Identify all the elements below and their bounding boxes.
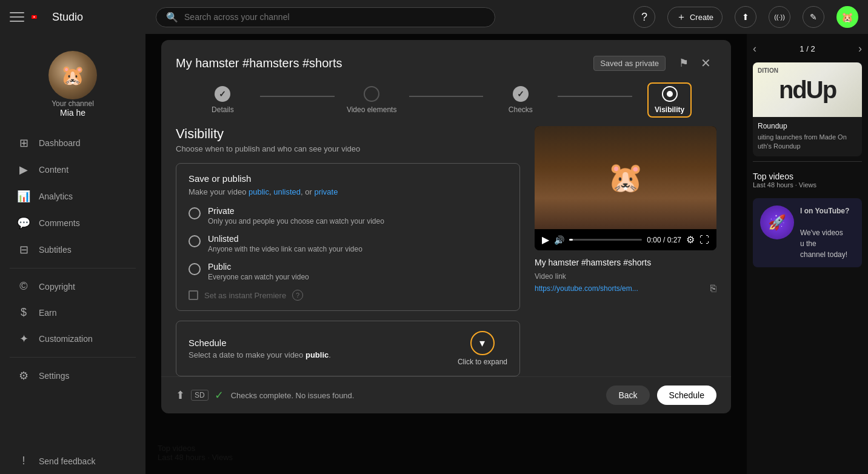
sidebar-divider-1: [10, 268, 136, 269]
dashboard-icon: ⊞: [17, 136, 30, 150]
sidebar-item-dashboard[interactable]: ⊞ Dashboard: [5, 130, 141, 156]
top-nav: Studio 🔍 ? ＋ Create ⬆ ((·)) ✎ 🐹: [0, 0, 868, 34]
radio-unlisted-btn[interactable]: [189, 235, 201, 247]
step-checks[interactable]: ✓ Checks: [483, 86, 558, 114]
create-button[interactable]: ＋ Create: [667, 7, 723, 28]
connector-1: [260, 96, 335, 97]
sidebar-item-earn[interactable]: $ Earn: [5, 300, 141, 325]
sidebar-item-comments[interactable]: 💬 Comments: [5, 210, 141, 236]
video-controls: ▶ 🔊 0:00 / 0:27 ⚙ ⛶: [535, 229, 716, 250]
radio-public-label: Public: [208, 262, 309, 272]
sidebar-item-copyright[interactable]: © Copyright: [5, 274, 141, 299]
video-thumbnail: 🐹: [535, 126, 716, 229]
video-title-preview: My hamster #hamsters #shorts: [535, 258, 716, 267]
volume-button[interactable]: 🔊: [554, 235, 564, 245]
panel-video-card[interactable]: ndUp DITION Roundup uiting launches from…: [753, 62, 862, 156]
search-input[interactable]: [184, 12, 485, 22]
panel-thumb: ndUp DITION: [753, 62, 862, 117]
panel-prev-button[interactable]: ‹: [753, 42, 756, 55]
panel-page-label: 1 / 2: [800, 44, 815, 53]
sidebar-item-label-feedback: Send feedback: [39, 456, 95, 466]
premiere-row: Set as instant Premiere ?: [189, 290, 507, 301]
help-button[interactable]: ?: [633, 6, 655, 28]
step-details[interactable]: ✓ Details: [185, 86, 260, 114]
saved-badge: Saved as private: [593, 56, 666, 71]
fullscreen-button[interactable]: ⛶: [699, 235, 709, 245]
subtitle-unlisted: unlisted: [273, 187, 301, 196]
panel-card-desc: uiting launches from Made On uth's Round…: [758, 133, 857, 152]
video-link-row: https://youtube.com/shorts/em... ⎘: [535, 283, 716, 294]
progress-fill: [569, 239, 573, 241]
radio-public-btn[interactable]: [189, 263, 201, 275]
user-avatar[interactable]: 🐹: [836, 6, 858, 28]
sidebar: 🐹 Your channel Mia he ⊞ Dashboard ▶ Cont…: [0, 34, 145, 474]
topnav-right: ? ＋ Create ⬆ ((·)) ✎ 🐹: [633, 6, 858, 28]
connector-3: [558, 96, 632, 97]
radio-private-btn[interactable]: [189, 207, 201, 219]
step-video-elements[interactable]: Video elements: [335, 86, 409, 114]
radio-unlisted-label: Unlisted: [208, 234, 362, 244]
schedule-expand-button[interactable]: ▾: [470, 331, 495, 355]
step-visibility-dot: [662, 86, 678, 102]
premiere-checkbox[interactable]: [189, 290, 198, 300]
video-content-icon: 🐹: [607, 161, 644, 195]
radio-private-label: Private: [208, 206, 384, 216]
visibility-title: Visibility: [176, 126, 520, 142]
footer-upload-icon[interactable]: ⬆: [176, 389, 185, 402]
live-icon-btn[interactable]: ((·)): [769, 6, 790, 28]
schedule-public-text: public: [305, 350, 329, 359]
sidebar-item-settings[interactable]: ⚙ Settings: [5, 363, 141, 389]
sidebar-item-subtitles[interactable]: ⊟ Subtitles: [5, 237, 141, 262]
subtitle-public: public: [249, 187, 269, 196]
copyright-icon: ©: [17, 280, 30, 293]
close-button[interactable]: ✕: [695, 52, 716, 74]
app-name: Studio: [52, 11, 83, 24]
copy-link-button[interactable]: ⎘: [710, 283, 716, 294]
upload-modal: My hamster #hamsters #shorts Saved as pr…: [161, 40, 731, 413]
step-details-dot: ✓: [215, 86, 230, 102]
step-video-elements-dot: [364, 86, 379, 102]
schedule-box: Schedule Select a date to make your vide…: [176, 321, 520, 376]
flag-button[interactable]: ⚑: [673, 52, 695, 74]
panel-divider: [753, 161, 862, 162]
sidebar-item-label-analytics: Analytics: [39, 192, 73, 201]
radio-public-desc: Everyone can watch your video: [208, 273, 309, 281]
channel-name: Mia he: [60, 108, 85, 118]
modal-left: Visibility Choose when to publish and wh…: [176, 121, 535, 376]
sidebar-item-analytics[interactable]: 📊 Analytics: [5, 184, 141, 209]
save-publish-box: Save or publish Make your video public, …: [176, 163, 520, 311]
footer-checks-text: Checks complete. No issues found.: [231, 391, 599, 400]
back-button[interactable]: Back: [606, 386, 649, 405]
modal-body: Visibility Choose when to publish and wh…: [161, 121, 731, 376]
panel-next-button[interactable]: ›: [858, 42, 862, 55]
logo: Studio: [32, 11, 83, 24]
main-area: 🐹 Your channel Mia he ⊞ Dashboard ▶ Cont…: [0, 34, 868, 474]
channel-avatar[interactable]: 🐹: [48, 51, 97, 99]
sidebar-item-send-feedback[interactable]: ! Send feedback: [5, 449, 141, 473]
sidebar-item-label-settings: Settings: [39, 371, 70, 381]
play-button[interactable]: ▶: [542, 234, 549, 245]
sidebar-item-content[interactable]: ▶ Content: [5, 157, 141, 182]
schedule-title: Schedule: [189, 338, 331, 348]
modal-title: My hamster #hamsters #shorts: [176, 56, 593, 70]
progress-bar[interactable]: [569, 239, 642, 241]
sidebar-item-label-dashboard: Dashboard: [39, 138, 81, 148]
steps-row: ✓ Details Video elements ✓ Checks: [161, 74, 731, 121]
top-videos-subtitle: Last 48 hours · Views: [753, 181, 862, 189]
upload-icon-btn[interactable]: ⬆: [735, 6, 756, 28]
radio-private-desc: Only you and people you choose can watch…: [208, 217, 384, 225]
customization-icon: ✦: [17, 332, 30, 345]
sidebar-item-customization[interactable]: ✦ Customization: [5, 326, 141, 352]
video-link-label: Video link: [535, 272, 716, 281]
radio-unlisted: Unlisted Anyone with the video link can …: [189, 234, 507, 253]
edition-text: DITION: [758, 67, 778, 74]
video-link-url[interactable]: https://youtube.com/shorts/em...: [535, 284, 706, 293]
hamburger-menu[interactable]: [10, 10, 24, 24]
video-settings-button[interactable]: ⚙: [686, 234, 695, 245]
premiere-help-btn[interactable]: ?: [292, 290, 303, 301]
sidebar-item-label-comments: Comments: [39, 218, 80, 228]
step-visibility[interactable]: Visibility: [632, 82, 707, 118]
edit-icon-btn[interactable]: ✎: [803, 6, 824, 28]
schedule-button[interactable]: Schedule: [657, 386, 716, 405]
visibility-subtitle: Choose when to publish and who can see y…: [176, 144, 520, 153]
